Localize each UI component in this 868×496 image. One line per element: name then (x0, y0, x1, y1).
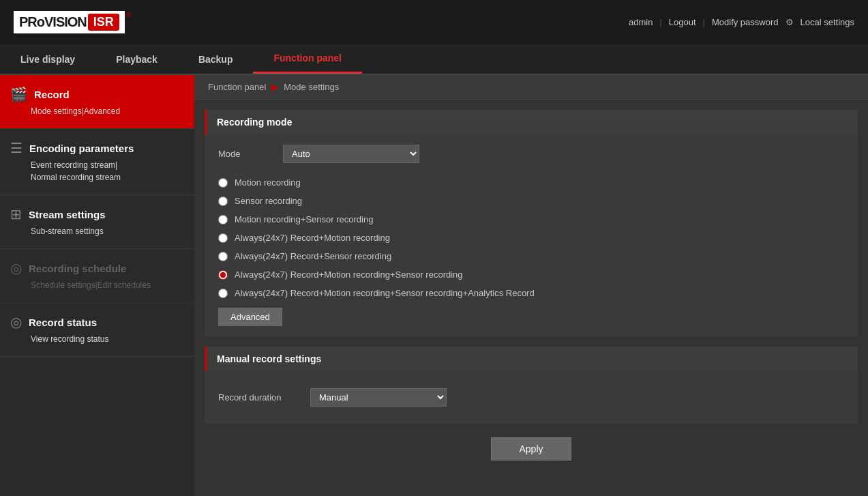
sidebar-encoding-title: Encoding parameters (29, 143, 134, 154)
radio-row-1: Sensor recording (218, 192, 844, 210)
sidebar-stream-title: Stream settings (29, 209, 106, 220)
duration-select[interactable]: Manual 30 seconds 1 minute 5 minutes (310, 388, 447, 407)
radio-motion[interactable] (218, 178, 228, 188)
sidebar-item-encoding[interactable]: ☰ Encoding parameters Event recording st… (0, 129, 194, 195)
stream-icon: ⊞ (10, 206, 22, 222)
radio-row-6: Always(24x7) Record+Motion recording+Sen… (218, 284, 844, 302)
logout-link[interactable]: Logout (669, 17, 696, 27)
nav-bar: Live display Playback Backup Function pa… (0, 44, 868, 75)
sidebar-item-stream[interactable]: ⊞ Stream settings Sub-stream settings (0, 195, 194, 249)
radio-row-0: Motion recording (218, 173, 844, 192)
logo-isr-text: ISR (88, 14, 119, 31)
mode-row: Mode Auto Manual Schedule (218, 145, 844, 163)
radio-always-motion-sensor[interactable] (218, 270, 228, 280)
gear-icon: ⚙ (785, 17, 794, 27)
content-area: 🎬 Record Mode settings|Advanced ☰ Encodi… (0, 75, 868, 496)
nav-live-display[interactable]: Live display (0, 44, 95, 74)
radio-row-3: Always(24x7) Record+Motion recording (218, 229, 844, 247)
mode-label: Mode (218, 149, 273, 159)
radio-always-sensor[interactable] (218, 252, 228, 261)
radio-row-5: Always(24x7) Record+Motion recording+Sen… (218, 265, 844, 284)
duration-label: Record duration (218, 392, 300, 403)
breadcrumb-part2: Mode settings (284, 82, 339, 92)
logo-box: PRoVISION ISR (14, 11, 125, 33)
header: PRoVISION ISR ® admin | Logout | Modify … (0, 0, 868, 44)
mode-select[interactable]: Auto Manual Schedule (283, 145, 419, 163)
separator-pipe-2: | (703, 17, 705, 27)
sidebar-status-sub: View recording status (31, 333, 184, 345)
sidebar-status-title: Record status (29, 317, 97, 328)
breadcrumb: Function panel ▶ Mode settings (194, 75, 868, 100)
radio-always-analytics-label: Always(24x7) Record+Motion recording+Sen… (235, 288, 535, 298)
radio-motion-label: Motion recording (235, 177, 301, 188)
sidebar: 🎬 Record Mode settings|Advanced ☰ Encodi… (0, 75, 194, 496)
encoding-icon: ☰ (10, 140, 23, 156)
recording-mode-title: Recording mode (217, 117, 292, 128)
advanced-button[interactable]: Advanced (218, 308, 282, 326)
modify-password-link[interactable]: Modify password (712, 17, 779, 27)
nav-backup[interactable]: Backup (178, 44, 254, 74)
sidebar-schedule-title: Recording schedule (29, 263, 126, 274)
status-icon: ◎ (10, 314, 22, 330)
sidebar-stream-sub: Sub-stream settings (31, 225, 184, 237)
schedule-icon: ◎ (10, 260, 22, 276)
radio-always-motion-sensor-label: Always(24x7) Record+Motion recording+Sen… (235, 269, 463, 280)
username: admin (629, 17, 653, 27)
nav-playback[interactable]: Playback (95, 44, 178, 74)
manual-record-title: Manual record settings (217, 353, 321, 364)
duration-row: Record duration Manual 30 seconds 1 minu… (218, 381, 844, 413)
nav-function-panel[interactable]: Function panel (253, 44, 362, 74)
record-icon: 🎬 (10, 86, 27, 102)
manual-record-section: Manual record settings Record duration M… (205, 347, 858, 424)
radio-always-sensor-label: Always(24x7) Record+Sensor recording (235, 251, 391, 261)
radio-motion-sensor-label: Motion recording+Sensor recording (235, 214, 373, 224)
radio-always-analytics[interactable] (218, 289, 228, 298)
apply-area: Apply (194, 424, 868, 471)
sidebar-record-title: Record (34, 89, 70, 100)
recording-mode-section: Recording mode Mode Auto Manual Schedule… (205, 110, 858, 336)
radio-motion-sensor[interactable] (218, 215, 228, 224)
logo-registered: ® (126, 12, 131, 19)
sidebar-record-sub: Mode settings|Advanced (31, 105, 184, 117)
sidebar-encoding-sub: Event recording stream|Normal recording … (31, 159, 184, 184)
header-right: admin | Logout | Modify password ⚙ Local… (629, 17, 854, 27)
manual-record-header: Manual record settings (205, 347, 858, 371)
recording-mode-body: Mode Auto Manual Schedule Motion recordi… (205, 134, 858, 336)
sidebar-schedule-sub: Schedule settings|Edit schedules (31, 279, 184, 291)
local-settings-link[interactable]: Local settings (800, 17, 855, 27)
separator-pipe-1: | (659, 17, 661, 27)
apply-button[interactable]: Apply (491, 437, 571, 461)
sidebar-item-record[interactable]: 🎬 Record Mode settings|Advanced (0, 75, 194, 129)
radio-always-motion[interactable] (218, 233, 228, 243)
main-content: Function panel ▶ Mode settings Recording… (194, 75, 868, 496)
radio-always-motion-label: Always(24x7) Record+Motion recording (235, 233, 390, 243)
radio-row-2: Motion recording+Sensor recording (218, 210, 844, 229)
sidebar-item-status[interactable]: ◎ Record status View recording status (0, 303, 194, 357)
logo: PRoVISION ISR ® (14, 11, 131, 33)
manual-record-body: Record duration Manual 30 seconds 1 minu… (205, 371, 858, 424)
breadcrumb-arrow: ▶ (271, 82, 278, 92)
sidebar-item-schedule[interactable]: ◎ Recording schedule Schedule settings|E… (0, 249, 194, 303)
recording-mode-header: Recording mode (205, 110, 858, 134)
radio-sensor[interactable] (218, 196, 228, 206)
breadcrumb-part1: Function panel (208, 82, 266, 92)
radio-sensor-label: Sensor recording (235, 196, 302, 206)
radio-row-4: Always(24x7) Record+Sensor recording (218, 247, 844, 265)
logo-provision-text: PRoVISION (19, 14, 87, 30)
